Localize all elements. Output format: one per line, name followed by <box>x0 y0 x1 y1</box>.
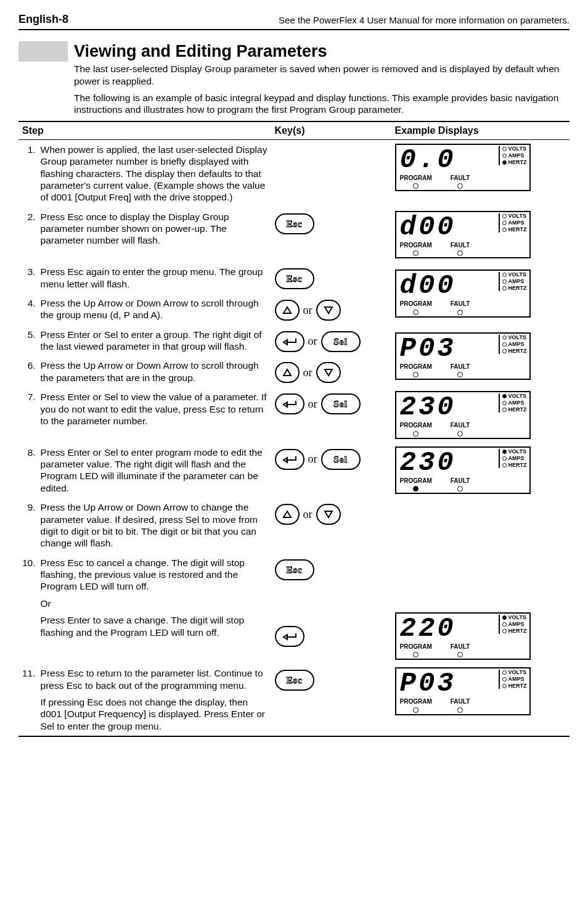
step-text: Press Esc to return to the parameter lis… <box>41 668 263 690</box>
fault-label: FAULT <box>451 242 470 250</box>
program-label: PROGRAM <box>400 643 432 651</box>
page-title: Viewing and Editing Parameters <box>68 41 327 62</box>
sel-key: Sel <box>321 449 361 470</box>
svg-marker-1 <box>325 307 332 313</box>
or-label: or <box>303 508 312 522</box>
step-text: Press Esc again to enter the group menu.… <box>37 262 271 294</box>
esc-key: Esc <box>275 268 314 289</box>
enter-key <box>275 393 304 414</box>
amps-label: AMPS <box>508 220 525 226</box>
hertz-label: HERTZ <box>508 160 527 165</box>
or-label: or <box>303 366 312 380</box>
step-text: Press Esc to cancel a change. The digit … <box>41 557 245 592</box>
program-label: PROGRAM <box>400 300 432 308</box>
step-num: 10. <box>18 553 37 664</box>
step-num: 9. <box>18 498 37 553</box>
fault-label: FAULT <box>451 363 470 371</box>
amps-label: AMPS <box>508 676 525 682</box>
step-num: 8. <box>18 443 37 498</box>
example-display: 230 PROGRAM FAULT VOLTS AMPS HERTZ <box>395 391 531 439</box>
seven-seg: d00 <box>400 272 499 299</box>
example-display: d00 PROGRAM FAULT VOLTS AMPS HERTZ <box>395 269 531 318</box>
seven-seg: P03 <box>400 335 499 362</box>
th-keys: Key(s) <box>271 121 391 140</box>
step-text: Press the Up Arrow or Down Arrow to chan… <box>37 498 271 553</box>
or-label: or <box>303 303 312 318</box>
svg-marker-3 <box>284 369 291 376</box>
svg-marker-0 <box>284 307 291 313</box>
fault-label: FAULT <box>451 698 470 706</box>
step-text: Press the Up Arrow or Down Arrow to scro… <box>37 356 271 387</box>
seven-seg: 0.0 <box>400 146 499 173</box>
fault-label: FAULT <box>451 175 470 183</box>
step-num: 11. <box>18 664 37 736</box>
fault-label: FAULT <box>451 643 470 651</box>
svg-marker-9 <box>284 635 287 639</box>
step-text: When power is applied, the last user-sel… <box>37 139 271 207</box>
sel-key: Sel <box>321 331 361 352</box>
hertz-label: HERTZ <box>508 407 527 413</box>
amps-label: AMPS <box>508 456 525 461</box>
volts-label: VOLTS <box>508 335 526 340</box>
hertz-label: HERTZ <box>508 286 527 291</box>
step-text: Press Esc once to display the Display Gr… <box>37 207 271 263</box>
hertz-label: HERTZ <box>508 463 527 468</box>
program-label: PROGRAM <box>400 698 432 706</box>
amps-label: AMPS <box>508 153 525 158</box>
seven-seg: 220 <box>400 615 499 642</box>
sel-key: Sel <box>321 393 361 414</box>
svg-marker-7 <box>284 511 291 517</box>
title-lead-bar <box>18 41 68 62</box>
seven-seg: 230 <box>400 449 499 476</box>
down-arrow-key <box>316 504 341 525</box>
program-label: PROGRAM <box>400 477 432 485</box>
example-display: d00 PROGRAM FAULT VOLTS AMPS HERTZ <box>395 211 531 259</box>
step-num: 1. <box>18 139 37 207</box>
steps-table: Step Key(s) Example Displays 1. When pow… <box>18 121 570 737</box>
step-text: Press Enter to save a change. The digit … <box>41 614 267 638</box>
example-display: 0.0 PROGRAM FAULT VOLTS AMPS HERTZ <box>395 144 531 192</box>
step-or: Or <box>41 598 267 609</box>
volts-label: VOLTS <box>508 146 526 152</box>
hertz-label: HERTZ <box>508 227 527 232</box>
example-display: 230 PROGRAM FAULT VOLTS AMPS HERTZ <box>395 446 531 495</box>
or-label: or <box>308 397 317 411</box>
step-num: 3. <box>18 262 37 294</box>
seven-seg: d00 <box>400 213 499 241</box>
program-label: PROGRAM <box>400 363 432 371</box>
volts-label: VOLTS <box>508 393 526 399</box>
step-text: Press the Up Arrow or Down Arrow to scro… <box>37 294 271 325</box>
step-text: Press Enter or Sel to enter program mode… <box>37 443 271 498</box>
svg-marker-6 <box>284 458 287 463</box>
enter-key <box>275 626 304 647</box>
intro-para-2: The following is an example of basic int… <box>74 92 570 116</box>
step-num: 2. <box>18 207 37 263</box>
enter-key <box>275 331 304 352</box>
volts-label: VOLTS <box>508 213 526 219</box>
step-text: Press Enter or Sel to view the value of … <box>37 387 271 443</box>
amps-label: AMPS <box>508 279 525 284</box>
volts-label: VOLTS <box>508 615 526 620</box>
or-label: or <box>308 334 317 348</box>
seven-seg: P03 <box>400 670 499 697</box>
program-label: PROGRAM <box>400 242 432 250</box>
amps-label: AMPS <box>508 622 525 627</box>
volts-label: VOLTS <box>508 449 526 454</box>
or-label: or <box>308 452 317 466</box>
example-display: P03 PROGRAM FAULT VOLTS AMPS HERTZ <box>395 667 531 715</box>
step-text: If pressing Esc does not change the disp… <box>41 696 267 732</box>
program-label: PROGRAM <box>400 175 432 183</box>
svg-marker-8 <box>325 511 332 517</box>
step-num: 7. <box>18 387 37 443</box>
example-display: 220 PROGRAM FAULT VOLTS AMPS HERTZ <box>395 612 531 660</box>
up-arrow-key <box>275 300 300 321</box>
hertz-label: HERTZ <box>508 348 527 354</box>
svg-marker-2 <box>284 340 287 345</box>
volts-label: VOLTS <box>508 670 526 675</box>
step-text: Press Enter or Sel to enter a group. The… <box>37 325 271 356</box>
esc-key: Esc <box>275 213 314 234</box>
hertz-label: HERTZ <box>508 628 527 634</box>
enter-key <box>275 449 304 470</box>
page-number: English-8 <box>18 12 68 27</box>
intro-para-1: The last user-selected Display Group par… <box>74 63 570 87</box>
